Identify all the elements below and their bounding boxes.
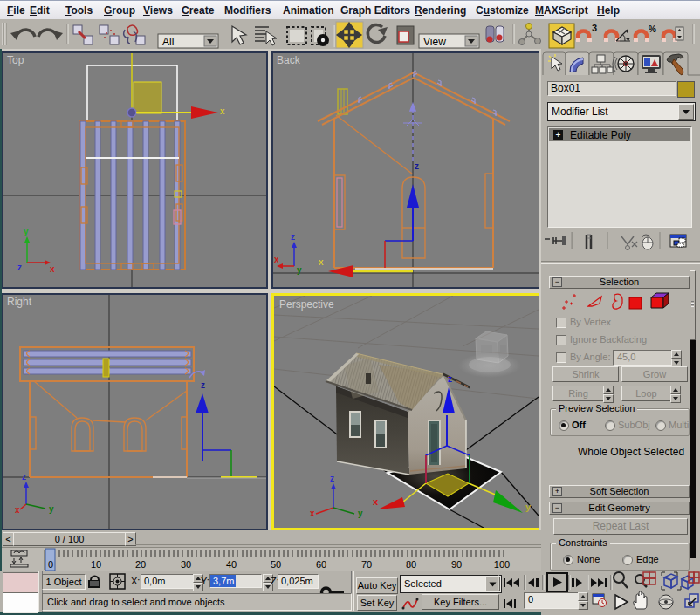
svg-text:x: x (15, 505, 20, 515)
svg-text:z: z (17, 263, 22, 272)
svg-text:30: 30 (181, 559, 191, 570)
svg-text:x: x (319, 256, 324, 267)
svg-text:View: View (423, 36, 446, 48)
svg-text:y: y (297, 265, 302, 275)
svg-text:x: x (310, 509, 315, 518)
svg-text:10: 10 (91, 559, 101, 570)
svg-text:All: All (162, 36, 174, 48)
svg-text:z: z (415, 161, 419, 171)
svg-text:40: 40 (226, 559, 237, 570)
svg-text:20: 20 (135, 559, 146, 570)
svg-text:80: 80 (406, 559, 416, 570)
svg-text:z: z (330, 474, 334, 483)
svg-text:90: 90 (451, 559, 462, 570)
svg-text:y: y (525, 502, 532, 512)
svg-text:z: z (22, 472, 26, 482)
svg-text:z: z (291, 232, 295, 242)
svg-text:50: 50 (271, 559, 281, 570)
svg-text:60: 60 (316, 559, 326, 570)
svg-text:x: x (373, 496, 379, 507)
svg-text:z: z (448, 374, 452, 384)
svg-text:100: 100 (494, 559, 510, 570)
svg-text:x: x (220, 106, 225, 116)
svg-text:y: y (358, 509, 363, 518)
svg-text:x: x (50, 264, 55, 274)
svg-text:y: y (24, 227, 29, 236)
svg-text:3: 3 (592, 23, 597, 33)
svg-text:%: % (649, 24, 656, 34)
svg-text:z: z (201, 380, 205, 390)
svg-text:y: y (49, 504, 54, 514)
svg-text:0: 0 (48, 559, 53, 570)
svg-text:x: x (274, 255, 279, 264)
svg-text:70: 70 (361, 559, 372, 570)
